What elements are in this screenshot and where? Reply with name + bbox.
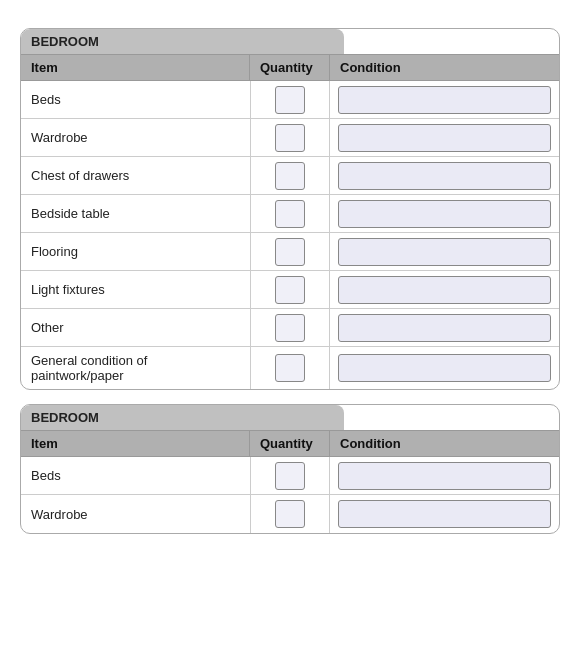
qty-cell-1-7 xyxy=(250,309,330,346)
qty-cell-1-3 xyxy=(250,157,330,194)
qty-cell-1-1 xyxy=(250,81,330,118)
table-row: Beds xyxy=(21,457,559,495)
condition-cell-1-8 xyxy=(330,347,559,389)
condition-input-1-7[interactable] xyxy=(338,314,551,342)
section-header-2: BEDROOM xyxy=(21,405,344,430)
qty-cell-1-4 xyxy=(250,195,330,232)
col-condition-1: Condition xyxy=(330,55,559,80)
condition-input-1-6[interactable] xyxy=(338,276,551,304)
condition-input-1-5[interactable] xyxy=(338,238,551,266)
col-condition-2: Condition xyxy=(330,431,559,456)
qty-cell-2-1 xyxy=(250,457,330,494)
qty-input-2-2[interactable] xyxy=(275,500,305,528)
col-quantity-1: Quantity xyxy=(250,55,330,80)
condition-cell-1-6 xyxy=(330,271,559,308)
item-label-1-4: Bedside table xyxy=(21,200,250,227)
condition-input-1-4[interactable] xyxy=(338,200,551,228)
section-header-1: BEDROOM xyxy=(21,29,344,54)
condition-cell-1-7 xyxy=(330,309,559,346)
table-row: General condition of paintwork/paper xyxy=(21,347,559,389)
qty-input-1-2[interactable] xyxy=(275,124,305,152)
col-item-2: Item xyxy=(21,431,250,456)
table-row: Bedside table xyxy=(21,195,559,233)
qty-cell-1-2 xyxy=(250,119,330,156)
condition-cell-2-1 xyxy=(330,457,559,494)
item-label-1-3: Chest of drawers xyxy=(21,162,250,189)
condition-input-1-1[interactable] xyxy=(338,86,551,114)
item-label-1-5: Flooring xyxy=(21,238,250,265)
qty-input-1-1[interactable] xyxy=(275,86,305,114)
qty-input-2-1[interactable] xyxy=(275,462,305,490)
table-row: Flooring xyxy=(21,233,559,271)
qty-input-1-5[interactable] xyxy=(275,238,305,266)
table-row: Chest of drawers xyxy=(21,157,559,195)
item-label-1-2: Wardrobe xyxy=(21,124,250,151)
col-item-1: Item xyxy=(21,55,250,80)
qty-cell-1-5 xyxy=(250,233,330,270)
condition-input-1-2[interactable] xyxy=(338,124,551,152)
section-2: BEDROOMItemQuantityConditionBedsWardrobe xyxy=(20,404,560,534)
item-label-1-8: General condition of paintwork/paper xyxy=(21,347,250,389)
qty-input-1-8[interactable] xyxy=(275,354,305,382)
table-header-1: ItemQuantityCondition xyxy=(21,54,559,81)
qty-input-1-4[interactable] xyxy=(275,200,305,228)
item-label-1-1: Beds xyxy=(21,86,250,113)
condition-cell-1-4 xyxy=(330,195,559,232)
condition-cell-1-5 xyxy=(330,233,559,270)
table-row: Wardrobe xyxy=(21,119,559,157)
qty-input-1-3[interactable] xyxy=(275,162,305,190)
qty-cell-1-8 xyxy=(250,347,330,389)
table-row: Beds xyxy=(21,81,559,119)
item-label-1-6: Light fixtures xyxy=(21,276,250,303)
col-quantity-2: Quantity xyxy=(250,431,330,456)
item-label-2-1: Beds xyxy=(21,462,250,489)
table-row: Light fixtures xyxy=(21,271,559,309)
qty-cell-1-6 xyxy=(250,271,330,308)
item-label-2-2: Wardrobe xyxy=(21,501,250,528)
qty-input-1-7[interactable] xyxy=(275,314,305,342)
condition-input-2-2[interactable] xyxy=(338,500,551,528)
table-row: Other xyxy=(21,309,559,347)
condition-input-1-8[interactable] xyxy=(338,354,551,382)
table-header-2: ItemQuantityCondition xyxy=(21,430,559,457)
table-row: Wardrobe xyxy=(21,495,559,533)
item-label-1-7: Other xyxy=(21,314,250,341)
condition-input-2-1[interactable] xyxy=(338,462,551,490)
condition-cell-1-2 xyxy=(330,119,559,156)
qty-input-1-6[interactable] xyxy=(275,276,305,304)
condition-cell-2-2 xyxy=(330,495,559,533)
condition-cell-1-1 xyxy=(330,81,559,118)
qty-cell-2-2 xyxy=(250,495,330,533)
section-1: BEDROOMItemQuantityConditionBedsWardrobe… xyxy=(20,28,560,390)
condition-cell-1-3 xyxy=(330,157,559,194)
condition-input-1-3[interactable] xyxy=(338,162,551,190)
